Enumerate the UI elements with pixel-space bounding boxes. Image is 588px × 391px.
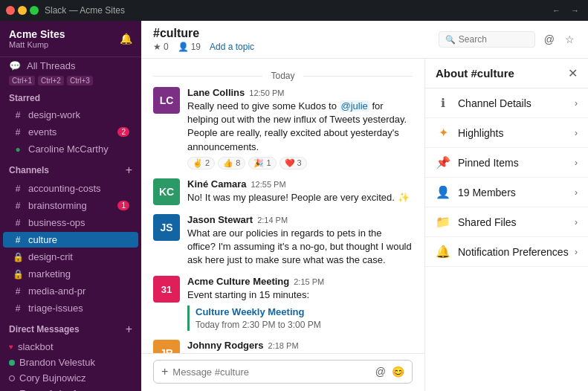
sidebar: Acme Sites Matt Kump 🔔 💬 All Threads Ctr… xyxy=(0,21,141,391)
right-panel-item-channel-details[interactable]: ℹ Channel Details › xyxy=(425,88,588,118)
johnny-message-header: Johnny Rodgers 2:18 PM xyxy=(187,340,413,351)
emoji-btn[interactable]: 😊 xyxy=(392,366,404,378)
sidebar-item-triage-issues[interactable]: # triage-issues xyxy=(3,300,138,316)
minimize-window-btn[interactable] xyxy=(18,6,27,15)
threads-icon: 💬 xyxy=(9,60,21,71)
reaction-peace[interactable]: ✌ 2 xyxy=(187,157,215,169)
sidebar-item-marketing[interactable]: 🔒 marketing xyxy=(3,266,138,282)
search-box[interactable]: 🔍 xyxy=(439,31,535,48)
right-panel-item-shared-files[interactable]: 📁 Shared Files › xyxy=(425,207,588,237)
event-starts-text: Event starting in 15 minutes: xyxy=(187,289,309,300)
sidebar-item-events[interactable]: # events 2 xyxy=(3,124,138,140)
brandon-label: Brandon Velestuk xyxy=(19,357,95,368)
sidebar-item-all-threads[interactable]: 💬 All Threads xyxy=(0,57,141,74)
highlights-label: Highlights xyxy=(458,127,503,139)
message-jason-1: JS Jason Stewart 2:14 PM What are our po… xyxy=(153,214,413,268)
pin-icon: 📌 xyxy=(436,155,450,169)
kine-author: Kiné Camara xyxy=(187,178,246,190)
slackbot-label: slackbot xyxy=(18,341,54,352)
cory-label: Cory Bujnowicz xyxy=(19,372,86,384)
main-content: #culture ★ 0 👤 19 Add a topic 🔍 xyxy=(141,21,588,391)
lane-author: Lane Collins xyxy=(187,87,245,98)
nav-forward-btn[interactable]: → xyxy=(568,6,582,15)
close-window-btn[interactable] xyxy=(6,6,15,15)
nav-back-btn[interactable]: ← xyxy=(549,6,563,15)
right-panel-item-pinned[interactable]: 📌 Pinned Items › xyxy=(425,148,588,178)
people-icon-rp: 👤 xyxy=(436,185,450,199)
window-controls[interactable] xyxy=(6,6,39,15)
sidebar-item-culture[interactable]: # culture xyxy=(3,232,138,248)
channel-name: #culture xyxy=(153,27,254,40)
today-divider: Today xyxy=(153,65,413,87)
at-mention-btn[interactable]: @ xyxy=(375,366,386,378)
sidebar-item-business-ops[interactable]: # business-ops xyxy=(3,215,138,230)
notifications-left: 🔔 Notification Preferences xyxy=(436,245,569,259)
chevron-right-icon-5: › xyxy=(575,217,578,227)
notifications-bell-icon[interactable]: 🔔 xyxy=(120,33,132,45)
close-panel-btn[interactable]: ✕ xyxy=(568,66,578,80)
search-icon: 🔍 xyxy=(445,35,456,45)
pinned-left: 📌 Pinned Items xyxy=(436,155,519,169)
brainstorming-label: brainstorming xyxy=(28,200,87,211)
star-icon: ★ xyxy=(153,42,161,52)
acme-time: 2:15 PM xyxy=(294,277,324,286)
channels-label: Channels xyxy=(9,165,49,175)
right-panel-item-members[interactable]: 👤 19 Members › xyxy=(425,178,588,207)
add-dm-icon[interactable]: + xyxy=(126,323,132,336)
shortcut-1: Ctrl+1 xyxy=(9,76,35,85)
events-badge: 2 xyxy=(117,127,129,137)
lane-message-body: Lane Collins 12:50 PM Really need to giv… xyxy=(187,87,413,169)
chevron-right-icon-4: › xyxy=(575,187,578,198)
acme-message-body: Acme Culture Meeting 2:15 PM Event start… xyxy=(187,276,413,331)
channels-section-header: Channels + xyxy=(0,158,141,180)
julie-mention[interactable]: @julie xyxy=(340,100,369,112)
input-actions: @ 😊 xyxy=(375,366,404,378)
dm-section-header: Direct Messages + xyxy=(0,317,141,339)
title-bar: Slack — Acme Sites ← → xyxy=(0,0,588,21)
hash-icon-bs: # xyxy=(12,201,24,211)
reaction-heart[interactable]: ❤️ 3 xyxy=(280,157,307,169)
kine-message-header: Kiné Camara 12:55 PM xyxy=(187,178,413,190)
today-label: Today xyxy=(271,71,294,81)
event-link[interactable]: Culture Weekly Meeting xyxy=(196,306,413,319)
message-input[interactable] xyxy=(172,366,370,378)
add-topic-btn[interactable]: Add a topic xyxy=(210,42,254,52)
message-kine-camara: KC Kiné Camara 12:55 PM No! It was my pl… xyxy=(153,178,413,205)
brandon-presence-icon xyxy=(9,360,15,366)
maximize-window-btn[interactable] xyxy=(30,6,39,15)
add-channel-icon[interactable]: + xyxy=(126,164,132,177)
reaction-party[interactable]: 🎉 1 xyxy=(248,157,276,169)
sidebar-item-media-and-pr[interactable]: # media-and-pr xyxy=(3,283,138,299)
jason-text: What are our policies in regards to pets… xyxy=(187,227,413,268)
dm-item-fayaz[interactable]: Fayaz Ashraf xyxy=(0,386,141,391)
sidebar-item-accounting-costs[interactable]: # accounting-costs xyxy=(3,181,138,196)
bell-icon: 🔔 xyxy=(436,245,450,259)
sidebar-item-design-work[interactable]: # design-work xyxy=(3,107,138,123)
sidebar-item-caroline[interactable]: ● Caroline McCarthy xyxy=(3,141,138,157)
add-attachment-btn[interactable]: + xyxy=(161,365,168,378)
right-panel-title: About #culture xyxy=(436,67,514,80)
star-channel-btn[interactable]: ☆ xyxy=(563,32,576,47)
at-icon[interactable]: @ xyxy=(543,32,556,47)
kine-text: No! It was my pleasure! People are very … xyxy=(187,191,413,204)
event-time: Today from 2:30 PM to 3:00 PM xyxy=(196,319,413,332)
channel-title-area: #culture ★ 0 👤 19 Add a topic xyxy=(153,27,254,52)
people-icon: 👤 xyxy=(178,42,189,52)
sidebar-item-brainstorming[interactable]: # brainstorming 1 xyxy=(3,198,138,213)
sidebar-item-design-crit[interactable]: 🔒 design-crit xyxy=(3,249,138,265)
members-label: 19 Members xyxy=(458,187,516,198)
folder-icon: 📁 xyxy=(436,215,450,229)
workspace-name[interactable]: Acme Sites xyxy=(9,28,65,40)
chevron-right-icon-6: › xyxy=(575,247,578,257)
dm-item-brandon[interactable]: Brandon Velestuk xyxy=(0,355,141,370)
dm-item-cory[interactable]: Cory Bujnowicz xyxy=(0,370,141,386)
shared-files-label: Shared Files xyxy=(458,216,517,228)
accounting-costs-label: accounting-costs xyxy=(28,183,101,194)
acme-message-header: Acme Culture Meeting 2:15 PM xyxy=(187,276,413,287)
right-panel-item-notifications[interactable]: 🔔 Notification Preferences › xyxy=(425,237,588,267)
right-panel-item-highlights[interactable]: ✦ Highlights › xyxy=(425,118,588,148)
dm-item-slackbot[interactable]: ♥ slackbot xyxy=(0,339,141,355)
reaction-thumbs[interactable]: 👍 8 xyxy=(218,157,245,169)
workspace-user: Matt Kump xyxy=(9,40,65,49)
search-input[interactable] xyxy=(459,34,529,45)
